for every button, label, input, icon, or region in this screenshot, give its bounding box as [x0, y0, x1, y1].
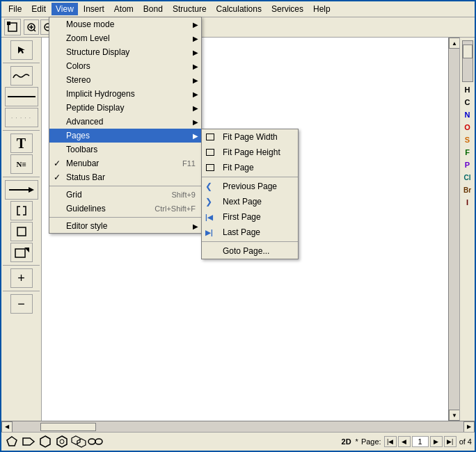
fit-width-icon: [206, 134, 214, 140]
right-scroll-thumb: [463, 45, 473, 58]
arrow-pentagon-tool[interactable]: [21, 434, 36, 449]
element-Cl[interactable]: Cl: [461, 171, 475, 184]
page-last-btn[interactable]: ▶|: [444, 436, 457, 447]
page-next-btn[interactable]: ▶: [430, 436, 443, 447]
left-sep-2: [3, 130, 40, 131]
arrow-pentagon-icon: [22, 435, 35, 448]
menu-calculations[interactable]: Calculations: [212, 3, 266, 15]
element-H[interactable]: H: [461, 83, 475, 96]
page-input[interactable]: [412, 436, 429, 447]
view-sep-1: [49, 186, 201, 186]
element-I[interactable]: I: [461, 196, 475, 209]
scroll-down-btn[interactable]: ▼: [449, 410, 459, 421]
line-tool[interactable]: [5, 87, 38, 106]
view-dropdown: Mouse mode ▶ Zoom Level ▶ Structure Disp…: [49, 17, 202, 234]
svg-marker-16: [23, 438, 34, 445]
app-window: File Edit View Insert Atom Bond Structur…: [0, 0, 476, 452]
svg-marker-18: [57, 436, 67, 447]
chain-icon: [88, 437, 103, 446]
menu-file[interactable]: File: [4, 3, 26, 15]
bracket-tool[interactable]: [10, 201, 33, 220]
pentagon-tool[interactable]: [4, 434, 19, 449]
menu-help[interactable]: Help: [309, 3, 335, 15]
circle-hex-tool[interactable]: [54, 434, 70, 449]
pages-next[interactable]: ❯ Next Page: [202, 194, 298, 209]
menu-edit[interactable]: Edit: [27, 3, 50, 15]
square-bracket-tool[interactable]: [10, 222, 33, 241]
scroll-up-btn[interactable]: ▲: [449, 38, 459, 49]
left-sep-4: [3, 265, 40, 266]
double-hex-icon: [71, 435, 86, 448]
zoom-in-btn[interactable]: [24, 19, 39, 35]
ne-label: N≡: [16, 160, 26, 168]
left-toolbar: · · · · · T N≡: [1, 38, 42, 421]
page-of-label: of 4: [459, 437, 472, 446]
mode-label: 2D: [342, 437, 351, 446]
page-first-btn[interactable]: |◀: [384, 436, 397, 447]
view-toolbars[interactable]: Toolbars: [49, 143, 201, 156]
dots-tool[interactable]: · · · · ·: [5, 108, 38, 127]
arrow-right-tool[interactable]: [5, 180, 38, 200]
pages-fit-height[interactable]: Fit Page Height: [202, 145, 298, 160]
element-O[interactable]: O: [461, 121, 475, 134]
view-statusbar[interactable]: ✓ Status Bar: [49, 170, 201, 184]
fit-page-icon: [206, 164, 214, 171]
view-structure-display[interactable]: Structure Display ▶: [49, 45, 201, 59]
shape-tools-bar: 2D * Page: |◀ ◀ ▶ ▶| of 4: [1, 432, 475, 451]
element-C[interactable]: C: [461, 96, 475, 108]
circle-hex-icon: [56, 435, 68, 448]
element-N[interactable]: N: [461, 108, 475, 121]
view-stereo[interactable]: Stereo ▶: [49, 73, 201, 87]
element-F[interactable]: F: [461, 146, 475, 159]
toolbar-select-btn[interactable]: [4, 19, 21, 35]
h-scroll-track[interactable]: [13, 422, 463, 432]
view-implicit-hydrogens[interactable]: Implicit Hydrogens ▶: [49, 87, 201, 101]
statusbar-check: ✓: [54, 172, 61, 182]
view-zoom-level[interactable]: Zoom Level ▶: [49, 31, 201, 45]
minus-tool[interactable]: −: [10, 294, 33, 314]
menu-atom[interactable]: Atom: [110, 3, 138, 15]
pages-first[interactable]: |◀ First Page: [202, 209, 298, 225]
element-S[interactable]: S: [461, 134, 475, 146]
view-grid[interactable]: Grid Shift+9: [49, 188, 201, 202]
pages-last[interactable]: ▶| Last Page: [202, 225, 298, 240]
pages-goto[interactable]: Goto Page...: [202, 243, 298, 259]
horizontal-scrollbar[interactable]: ◀ ▶: [1, 421, 475, 432]
vertical-scrollbar[interactable]: ▲ ▼: [448, 38, 459, 421]
line-icon: [6, 93, 37, 100]
menu-insert[interactable]: Insert: [79, 3, 109, 15]
pages-fit-page[interactable]: Fit Page: [202, 160, 298, 175]
view-peptide-display[interactable]: Peptide Display ▶: [49, 101, 201, 115]
last-page-icon: ▶|: [205, 229, 213, 236]
scroll-left-btn[interactable]: ◀: [1, 421, 13, 433]
pages-previous[interactable]: ❮ Previous Page: [202, 179, 298, 194]
menu-bond[interactable]: Bond: [139, 3, 167, 15]
element-Br[interactable]: Br: [461, 184, 475, 196]
view-mouse-mode[interactable]: Mouse mode ▶: [49, 17, 201, 31]
element-P[interactable]: P: [461, 159, 475, 171]
scroll-track[interactable]: [449, 49, 459, 410]
wave-tool[interactable]: [10, 66, 33, 86]
pages-fit-width[interactable]: Fit Page Width: [202, 129, 298, 145]
scroll-right-btn[interactable]: ▶: [463, 421, 475, 433]
chain-tool[interactable]: [88, 434, 103, 449]
menu-view[interactable]: View: [51, 3, 78, 15]
view-colors[interactable]: Colors ▶: [49, 59, 201, 73]
hexagon-tool[interactable]: [38, 434, 53, 449]
menu-services[interactable]: Services: [267, 3, 308, 15]
view-advanced[interactable]: Advanced ▶: [49, 115, 201, 129]
menu-structure[interactable]: Structure: [168, 3, 211, 15]
plus-tool[interactable]: +: [10, 268, 33, 288]
ne-tool[interactable]: N≡: [10, 154, 33, 174]
square-arrow-tool[interactable]: [10, 243, 33, 262]
text-tool[interactable]: T: [10, 134, 33, 153]
arrow-tool[interactable]: [10, 40, 33, 60]
view-pages[interactable]: Pages ▶ Fit Page Width Fit Page Height F…: [49, 129, 201, 143]
wave-icon: [12, 70, 31, 82]
view-editor-style[interactable]: Editor style ▶: [49, 219, 201, 233]
page-prev-btn[interactable]: ◀: [398, 436, 411, 447]
view-guidelines[interactable]: Guidelines Ctrl+Shift+F: [49, 202, 201, 216]
double-hex-tool[interactable]: [71, 434, 86, 449]
menubar-check: ✓: [54, 159, 61, 168]
view-menubar[interactable]: ✓ Menubar F11: [49, 156, 201, 170]
